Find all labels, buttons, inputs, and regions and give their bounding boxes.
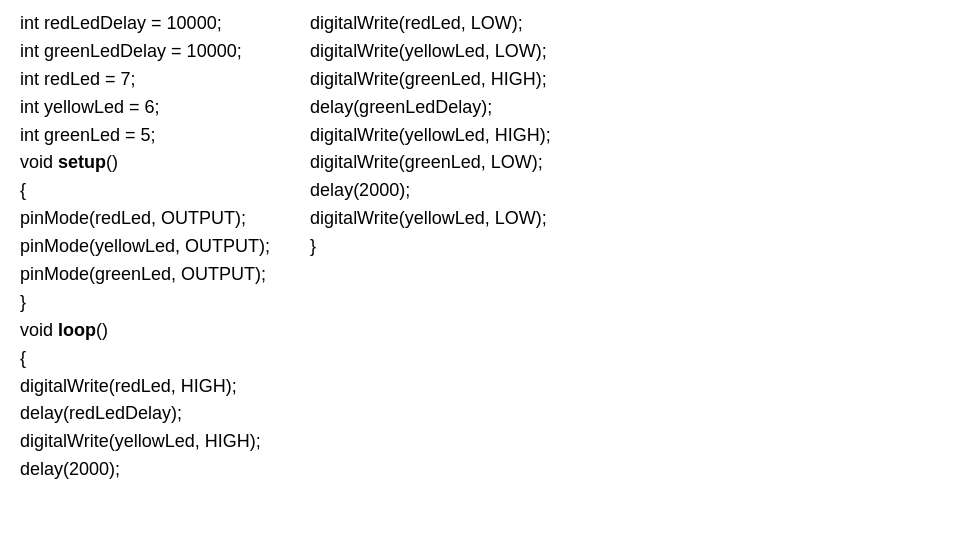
code-line: int redLed = 7; <box>20 66 270 94</box>
code-line: int yellowLed = 6; <box>20 94 270 122</box>
code-container: int redLedDelay = 10000;int greenLedDela… <box>0 0 960 494</box>
code-line: digitalWrite(yellowLed, HIGH); <box>20 428 270 456</box>
code-line: pinMode(greenLed, OUTPUT); <box>20 261 270 289</box>
code-line: pinMode(yellowLed, OUTPUT); <box>20 233 270 261</box>
code-line: digitalWrite(yellowLed, HIGH); <box>310 122 551 150</box>
code-line: void loop() <box>20 317 270 345</box>
code-line: digitalWrite(greenLed, LOW); <box>310 149 551 177</box>
code-line: digitalWrite(yellowLed, LOW); <box>310 38 551 66</box>
code-line: void setup() <box>20 149 270 177</box>
code-line: delay(greenLedDelay); <box>310 94 551 122</box>
right-column: digitalWrite(redLed, LOW);digitalWrite(y… <box>310 10 551 484</box>
code-line: { <box>20 177 270 205</box>
code-line: pinMode(redLed, OUTPUT); <box>20 205 270 233</box>
code-line: int greenLedDelay = 10000; <box>20 38 270 66</box>
code-line: digitalWrite(greenLed, HIGH); <box>310 66 551 94</box>
code-line: int redLedDelay = 10000; <box>20 10 270 38</box>
code-line: delay(2000); <box>20 456 270 484</box>
code-line: digitalWrite(redLed, HIGH); <box>20 373 270 401</box>
code-line: } <box>310 233 551 261</box>
code-line: { <box>20 345 270 373</box>
code-line: digitalWrite(redLed, LOW); <box>310 10 551 38</box>
left-column: int redLedDelay = 10000;int greenLedDela… <box>20 10 270 484</box>
code-line: } <box>20 289 270 317</box>
code-line: delay(2000); <box>310 177 551 205</box>
code-line: delay(redLedDelay); <box>20 400 270 428</box>
code-line: digitalWrite(yellowLed, LOW); <box>310 205 551 233</box>
code-line: int greenLed = 5; <box>20 122 270 150</box>
